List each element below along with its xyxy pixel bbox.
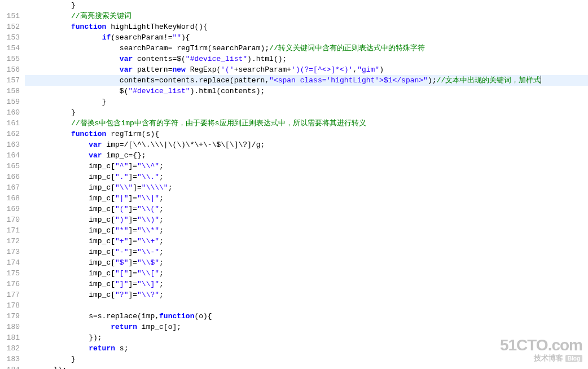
code-line[interactable]: imp_c["."]="\\.";	[25, 172, 588, 182]
code-line[interactable]: imp_c["|"]="\\|";	[25, 193, 588, 204]
code-token: "\\$"	[137, 258, 159, 267]
code-token: });	[27, 366, 67, 369]
code-line[interactable]: return s;	[25, 343, 588, 354]
code-line[interactable]: contents=contents.replace(pattern,"<span…	[25, 75, 588, 86]
line-number: 172	[2, 236, 20, 247]
code-line[interactable]: if(searchParam!=""){	[25, 32, 588, 43]
line-number: 151	[2, 11, 20, 21]
code-token: ]=	[128, 173, 137, 181]
line-number: 157	[2, 75, 20, 86]
code-line[interactable]: //替换s中包含imp中含有的字符，由于要将s应用到正则表达式中，所以需要将其进…	[25, 118, 588, 129]
code-line[interactable]: }	[25, 107, 588, 118]
code-token: ;	[159, 237, 164, 245]
code-editor[interactable]: 1511521531541551561571581591601611621631…	[0, 0, 588, 369]
code-line[interactable]: imp_c["("]="\\(";	[25, 204, 588, 214]
line-number: 173	[2, 247, 20, 257]
code-token: "#device_list"	[186, 55, 247, 63]
code-token: ]=	[128, 194, 137, 203]
code-line[interactable]: imp_c["$"]="\\$";	[25, 257, 588, 268]
line-number: 171	[2, 225, 20, 236]
code-token: s=s.replace(imp,	[27, 312, 159, 320]
code-line[interactable]: imp_c["^"]="\\^";	[25, 161, 588, 172]
code-token: }	[27, 98, 106, 106]
code-token: "^"	[115, 162, 128, 170]
code-token	[27, 140, 89, 149]
code-token: imp_c[	[27, 194, 115, 203]
code-line[interactable]	[25, 300, 588, 311]
code-token: "*"	[115, 226, 128, 235]
code-line[interactable]: $("#device_list").html(contents);	[25, 86, 588, 96]
code-line[interactable]: var imp=/[\^\.\\\|\(\)\*\+\-\$\[\]\?]/g;	[25, 139, 588, 150]
code-token: (o){	[194, 312, 212, 320]
code-line[interactable]: imp_c["["]="\\[";	[25, 268, 588, 279]
code-line[interactable]: });	[25, 364, 588, 369]
code-line[interactable]: var contents=$("#device_list").html();	[25, 54, 588, 64]
code-line[interactable]: imp_c["-"]="\\-";	[25, 247, 588, 257]
code-token: function	[159, 312, 194, 320]
code-line[interactable]: });	[25, 332, 588, 343]
code-line[interactable]: imp_c[")"]="\\)";	[25, 214, 588, 225]
code-line[interactable]: function highLightTheKeyWord(){	[25, 21, 588, 32]
code-token: imp_c[	[27, 216, 115, 224]
code-line[interactable]: imp_c["+"]="\\+";	[25, 236, 588, 247]
code-token: imp_c[	[27, 226, 115, 235]
line-number: 152	[2, 21, 20, 32]
code-line[interactable]: s=s.replace(imp,function(o){	[25, 311, 588, 322]
code-token: ){	[181, 33, 190, 42]
code-token: imp_c[	[27, 248, 115, 256]
code-token: )	[379, 65, 384, 74]
code-token: }	[27, 108, 76, 117]
code-line[interactable]: imp_c["?"]="\\?";	[25, 289, 588, 300]
code-token: ]=	[128, 226, 137, 235]
code-token: imp_c[	[27, 291, 115, 299]
code-line[interactable]: imp_c["]"]="\\]";	[25, 279, 588, 289]
code-token	[27, 33, 102, 42]
code-token: +searchParam+	[234, 65, 291, 74]
code-line[interactable]: }	[25, 354, 588, 364]
code-token: });	[27, 333, 102, 342]
code-line[interactable]: var imp_c={};	[25, 150, 588, 161]
code-token: ;	[159, 205, 164, 213]
code-token: ]=	[128, 237, 137, 245]
code-token: "\\["	[137, 269, 159, 278]
code-token: "$"	[115, 258, 128, 267]
line-number: 159	[2, 96, 20, 107]
code-line[interactable]: return imp_c[o];	[25, 322, 588, 332]
code-token: contents=$(	[133, 55, 186, 63]
code-token: return	[89, 344, 115, 353]
code-line[interactable]: }	[25, 96, 588, 107]
code-line[interactable]: var pattern=new RegExp('('+searchParam+'…	[25, 64, 588, 75]
line-number: 162	[2, 129, 20, 139]
line-number: 158	[2, 86, 20, 96]
code-token: //转义关键词中含有的正则表达式中的特殊字符	[269, 44, 425, 52]
code-line[interactable]: }	[25, 0, 588, 11]
code-token: imp_c[	[27, 162, 115, 170]
code-line[interactable]: imp_c["\\"]="\\\\";	[25, 182, 588, 193]
code-content-area[interactable]: } //高亮搜索关键词 function highLightTheKeyWord…	[25, 0, 588, 369]
line-number-gutter: 1511521531541551561571581591601611621631…	[0, 0, 25, 369]
code-token: ;	[159, 194, 164, 203]
code-token: "#device_list"	[128, 87, 190, 95]
code-token: s;	[115, 344, 128, 353]
line-number: 183	[2, 354, 20, 364]
code-line[interactable]: searchParam= regTirm(searchParam);//转义关键…	[25, 43, 588, 54]
code-token: imp_c={};	[102, 151, 146, 160]
code-token: ;	[159, 291, 164, 299]
line-number: 182	[2, 343, 20, 354]
line-number: 163	[2, 139, 20, 150]
line-number: 180	[2, 322, 20, 332]
code-token: ]=	[128, 280, 137, 288]
code-token: $(	[27, 87, 128, 95]
line-number: 155	[2, 54, 20, 64]
code-line[interactable]: //高亮搜索关键词	[25, 11, 588, 21]
code-line[interactable]: imp_c["*"]="\\*";	[25, 225, 588, 236]
code-token: imp_c[	[27, 280, 115, 288]
code-line[interactable]: function regTirm(s){	[25, 129, 588, 139]
code-token: var	[120, 65, 133, 74]
code-token: imp_c[	[27, 237, 115, 245]
code-token: "<span class='hightLight'>$1</span>"	[269, 76, 428, 85]
code-token: "\\\\"	[142, 183, 168, 192]
code-token: }	[27, 1, 76, 10]
code-token: );	[428, 76, 437, 85]
line-number: 184	[2, 364, 20, 369]
